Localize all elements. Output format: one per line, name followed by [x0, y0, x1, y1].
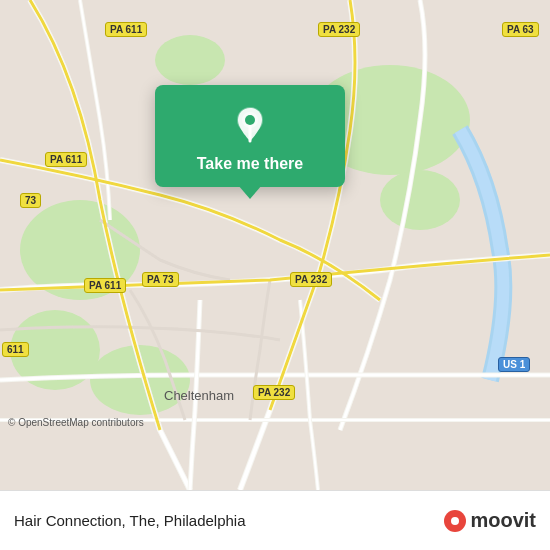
bottom-bar: Hair Connection, The, Philadelphia moovi…	[0, 490, 550, 550]
road-label-pa232-top: PA 232	[318, 22, 360, 37]
popup-label: Take me there	[197, 155, 303, 173]
road-label-pa63-top: PA 63	[502, 22, 539, 37]
road-label-pa232-low: PA 232	[253, 385, 295, 400]
map-attribution: © OpenStreetMap contributors	[8, 417, 144, 428]
road-label-pa232-mid: PA 232	[290, 272, 332, 287]
moovit-logo: moovit	[444, 509, 536, 532]
road-label-73-left: 73	[20, 193, 41, 208]
svg-point-7	[155, 35, 225, 85]
road-label-pa611-top: PA 611	[105, 22, 147, 37]
cheltenham-label: Cheltenham	[164, 388, 234, 403]
map-container: PA 611 PA 232 PA 63 PA 611 73 PA 611 PA …	[0, 0, 550, 490]
road-label-us1: US 1	[498, 357, 530, 372]
moovit-dot	[444, 510, 466, 532]
location-pin-icon	[228, 103, 272, 147]
road-label-pa611-low: PA 611	[84, 278, 126, 293]
location-title: Hair Connection, The, Philadelphia	[14, 512, 246, 529]
moovit-text: moovit	[470, 509, 536, 532]
road-label-611-low: 611	[2, 342, 29, 357]
take-me-there-popup[interactable]: Take me there	[155, 85, 345, 187]
moovit-dot-inner	[451, 517, 459, 525]
road-label-pa611-mid: PA 611	[45, 152, 87, 167]
road-label-pa73-mid: PA 73	[142, 272, 179, 287]
svg-point-2	[380, 170, 460, 230]
svg-point-11	[245, 115, 255, 125]
